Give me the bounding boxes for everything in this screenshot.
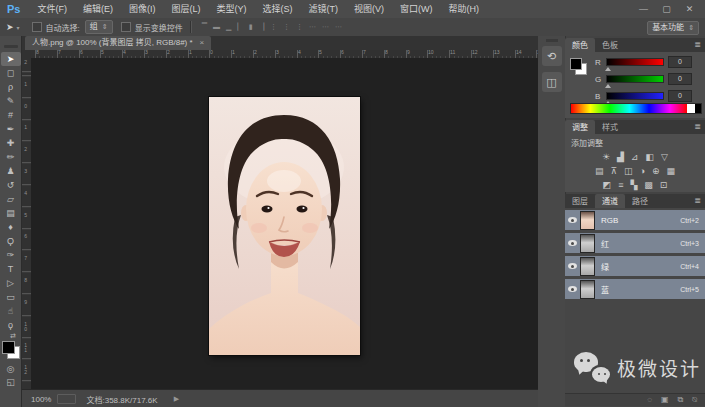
exposure-icon[interactable]: ◧ (646, 150, 655, 164)
menu-window[interactable]: 窗口(W) (392, 0, 441, 18)
curves-icon[interactable]: ⊿ (631, 150, 639, 164)
maximize-button[interactable]: ▢ (655, 0, 678, 18)
healing-brush-tool[interactable]: ✚ (1, 136, 21, 150)
tab-color[interactable]: 颜色 (565, 38, 595, 52)
quick-mask-button[interactable]: ◎ (1, 363, 21, 376)
blur-tool[interactable]: ♦ (1, 220, 21, 234)
color-slider-track[interactable] (606, 92, 664, 100)
document-tab[interactable]: 人物.png @ 100% (背景图层 拷贝, RGB/8#) * × (25, 36, 211, 50)
channel-thumbnail[interactable] (580, 234, 595, 253)
menu-view[interactable]: 视图(V) (346, 0, 392, 18)
align-right-edges-icon[interactable]: ▕ (256, 18, 267, 36)
tab-styles[interactable]: 样式 (595, 120, 625, 134)
channel-row[interactable]: RGB Ctrl+2 (565, 210, 705, 230)
tab-paths[interactable]: 路径 (625, 194, 655, 208)
color-slider-track[interactable] (606, 75, 664, 83)
visibility-toggle[interactable] (565, 263, 580, 269)
load-channel-as-selection-button[interactable]: ◌ (647, 394, 652, 406)
quick-selection-tool[interactable]: ✎ (1, 94, 21, 108)
color-spectrum-ramp[interactable] (570, 103, 702, 114)
menu-layer[interactable]: 图层(L) (163, 0, 208, 18)
brush-tool[interactable]: ✏ (1, 150, 21, 164)
tab-channels[interactable]: 通道 (595, 194, 625, 208)
color-lookup-icon[interactable]: ▦ (667, 164, 676, 178)
save-selection-as-channel-button[interactable]: ▣ (661, 394, 669, 406)
align-vertical-centers-icon[interactable]: ▬ (210, 18, 223, 36)
tab-adjustments[interactable]: 调整 (565, 120, 595, 134)
eyedropper-tool[interactable]: ✒ (1, 122, 21, 136)
align-left-edges-icon[interactable]: ▏ (234, 18, 245, 36)
align-horizontal-centers-icon[interactable]: ▮ (246, 18, 256, 36)
show-transform-controls-checkbox[interactable] (121, 22, 131, 32)
distribute-vertical-centers-icon[interactable]: ⋮ (280, 18, 293, 36)
zoom-level-field[interactable]: 100% (22, 395, 57, 404)
menu-help[interactable]: 帮助(H) (440, 0, 487, 18)
tool-preset-caret-icon[interactable]: ▾ (17, 24, 24, 31)
path-selection-tool[interactable]: ▷ (1, 276, 21, 290)
gradient-map-icon[interactable]: ▩ (644, 178, 653, 192)
tab-layers[interactable]: 图层 (565, 194, 595, 208)
crop-tool[interactable]: # (1, 108, 21, 122)
auto-select-dropdown[interactable]: 组 ⇕ (85, 20, 113, 34)
gradient-tool[interactable]: ▤ (1, 206, 21, 220)
black-white-icon[interactable]: ◫ (624, 164, 633, 178)
move-tool[interactable]: ➤ (1, 52, 21, 66)
eraser-tool[interactable]: ▱ (1, 192, 21, 206)
color-slider-track[interactable] (606, 58, 664, 66)
dodge-tool[interactable]: Ϙ (1, 234, 21, 248)
levels-icon[interactable]: ▟ (617, 150, 624, 164)
hand-tool[interactable]: ☝ (1, 304, 21, 318)
distribute-left-edges-icon[interactable]: ⋯ (306, 18, 319, 36)
menu-edit[interactable]: 编辑(E) (75, 0, 121, 18)
channel-row[interactable]: 蓝 Ctrl+5 (565, 279, 705, 299)
history-panel-icon[interactable]: ⟲ (542, 46, 562, 66)
selective-color-icon[interactable]: ⊡ (660, 178, 668, 192)
distribute-bottom-edges-icon[interactable]: ⋮ (293, 18, 306, 36)
visibility-toggle[interactable] (565, 240, 580, 246)
menu-type[interactable]: 类型(Y) (208, 0, 254, 18)
visibility-toggle[interactable] (565, 217, 580, 223)
tab-swatches[interactable]: 色板 (595, 38, 625, 52)
channel-thumbnail[interactable] (580, 211, 595, 230)
history-brush-tool[interactable]: ↺ (1, 178, 21, 192)
color-balance-icon[interactable]: ⊼ (610, 164, 617, 178)
panel-menu-icon[interactable]: ≣ (694, 38, 705, 52)
close-button[interactable]: ✕ (678, 0, 701, 18)
distribute-right-edges-icon[interactable]: ⋯ (332, 18, 345, 36)
lasso-tool[interactable]: ρ (1, 80, 21, 94)
invert-icon[interactable]: ◩ (603, 178, 612, 192)
photo-filter-icon[interactable]: ◑ (640, 164, 645, 178)
threshold-icon[interactable]: ▚ (630, 178, 637, 192)
canvas-pasteboard[interactable] (31, 58, 538, 389)
swap-colors-icon[interactable]: ⇄ (0, 332, 16, 340)
posterize-icon[interactable]: ≡ (618, 178, 623, 192)
channel-row[interactable]: 绿 Ctrl+4 (565, 256, 705, 276)
foreground-color-swatch[interactable] (2, 341, 15, 354)
channel-mixer-icon[interactable]: ⊕ (652, 164, 660, 178)
distribute-top-edges-icon[interactable]: ⋮ (267, 18, 280, 36)
channel-value-field[interactable]: 0 (668, 56, 692, 68)
type-tool[interactable]: T (1, 262, 21, 276)
move-tool-preset-icon[interactable]: ➤ (0, 22, 17, 32)
vibrance-icon[interactable]: ▽ (661, 150, 668, 164)
panel-menu-icon[interactable]: ≣ (694, 194, 705, 208)
workspace-switcher-dropdown[interactable]: 基本功能 ⇕ (647, 21, 699, 35)
document-close-icon[interactable]: × (200, 36, 205, 50)
rectangular-marquee-tool[interactable]: ◻ (1, 66, 21, 80)
minimize-button[interactable]: — (632, 0, 655, 18)
pen-tool[interactable]: ✑ (1, 248, 21, 262)
brightness-contrast-icon[interactable]: ☀ (602, 150, 610, 164)
delete-channel-button[interactable]: ⍉ (692, 394, 697, 406)
channel-thumbnail[interactable] (580, 257, 595, 276)
foreground-color-swatch[interactable] (570, 58, 582, 70)
channel-thumbnail[interactable] (580, 280, 595, 299)
visibility-toggle[interactable] (565, 286, 580, 292)
menu-file[interactable]: 文件(F) (29, 0, 75, 18)
menu-image[interactable]: 图像(I) (121, 0, 164, 18)
auto-select-checkbox[interactable] (32, 22, 42, 32)
channel-row[interactable]: 红 Ctrl+3 (565, 233, 705, 253)
menu-select[interactable]: 选择(S) (254, 0, 300, 18)
channel-value-field[interactable]: 0 (668, 90, 692, 102)
channel-value-field[interactable]: 0 (668, 73, 692, 85)
new-channel-button[interactable]: ⧉ (677, 394, 683, 406)
